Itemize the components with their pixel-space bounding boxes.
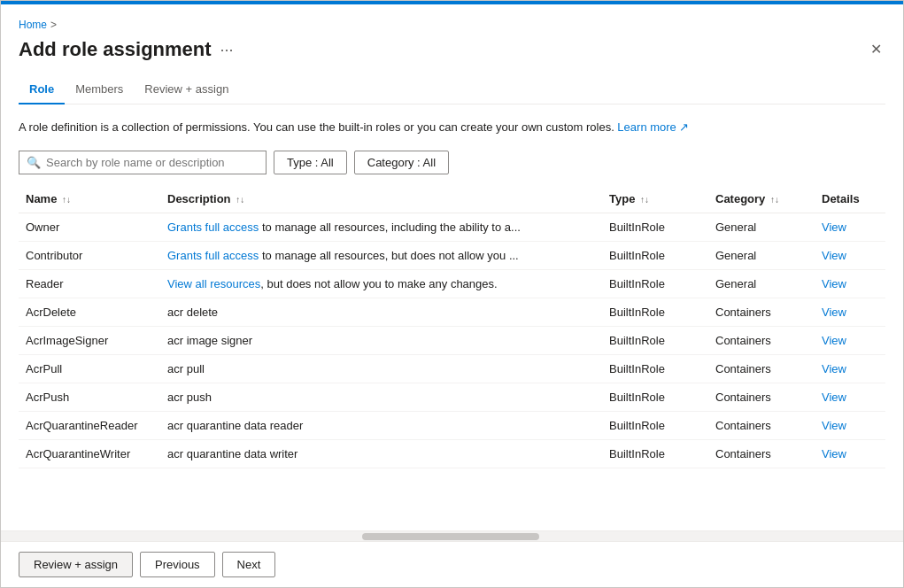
view-link[interactable]: View xyxy=(822,391,846,404)
cell-description: acr push xyxy=(160,383,602,411)
main-scroll-area[interactable]: Home > Add role assignment ··· ✕ Role Me… xyxy=(1,4,903,530)
table-row[interactable]: AcrPullacr pullBuiltInRoleContainersView xyxy=(19,354,885,383)
table-row[interactable]: AcrImageSigneracr image signerBuiltInRol… xyxy=(19,326,885,354)
cell-type: BuiltInRole xyxy=(602,241,708,269)
cell-details[interactable]: View xyxy=(815,439,885,468)
cell-name: AcrQuarantineWriter xyxy=(19,439,160,468)
cell-name: AcrPush xyxy=(19,383,160,411)
close-button[interactable]: ✕ xyxy=(867,39,885,60)
cell-description: acr pull xyxy=(160,354,602,383)
cell-name: AcrImageSigner xyxy=(19,326,160,354)
tab-bar: Role Members Review + assign xyxy=(19,75,885,104)
table-row[interactable]: AcrQuarantineWriteracr quarantine data w… xyxy=(19,439,885,468)
cell-description: acr quarantine data reader xyxy=(160,411,602,439)
view-link[interactable]: View xyxy=(822,362,846,375)
cell-description: acr delete xyxy=(160,298,602,326)
name-sort-icon: ↑↓ xyxy=(62,195,71,205)
table-row[interactable]: AcrDeleteacr deleteBuiltInRoleContainers… xyxy=(19,298,885,326)
cell-type: BuiltInRole xyxy=(602,354,708,383)
cell-name: AcrQuarantineReader xyxy=(19,411,160,439)
view-link[interactable]: View xyxy=(822,220,846,234)
table-row[interactable]: ReaderView all resources, but does not a… xyxy=(19,269,885,298)
cell-details[interactable]: View xyxy=(815,354,885,383)
cell-type: BuiltInRole xyxy=(602,213,708,241)
tab-members[interactable]: Members xyxy=(65,75,134,104)
cell-category: General xyxy=(708,241,815,269)
cell-category: Containers xyxy=(708,411,815,439)
search-input[interactable] xyxy=(46,156,259,169)
cell-type: BuiltInRole xyxy=(602,383,708,411)
search-icon: 🔍 xyxy=(27,156,41,169)
tab-role[interactable]: Role xyxy=(19,75,65,104)
cell-type: BuiltInRole xyxy=(602,439,708,468)
cell-name: AcrPull xyxy=(19,354,160,383)
view-link[interactable]: View xyxy=(822,447,846,460)
cell-description: Grants full access to manage all resourc… xyxy=(160,241,602,269)
cell-type: BuiltInRole xyxy=(602,326,708,354)
table-row[interactable]: OwnerGrants full access to manage all re… xyxy=(19,213,885,241)
table-row[interactable]: AcrQuarantineReaderacr quarantine data r… xyxy=(19,411,885,439)
cell-category: Containers xyxy=(708,298,815,326)
cell-type: BuiltInRole xyxy=(602,298,708,326)
cell-details[interactable]: View xyxy=(815,241,885,269)
footer: Review + assign Previous Next xyxy=(1,541,903,587)
table-row[interactable]: AcrPushacr pushBuiltInRoleContainersView xyxy=(19,383,885,411)
horizontal-scrollbar[interactable] xyxy=(1,530,903,541)
view-link[interactable]: View xyxy=(822,249,846,262)
cell-description: View all resources, but does not allow y… xyxy=(160,269,602,298)
cell-description: Grants full access to manage all resourc… xyxy=(160,213,602,241)
cell-details[interactable]: View xyxy=(815,326,885,354)
view-link[interactable]: View xyxy=(822,277,846,290)
next-button[interactable]: Next xyxy=(222,552,276,577)
cell-description: acr quarantine data writer xyxy=(160,439,602,468)
col-header-category[interactable]: Category ↑↓ xyxy=(708,185,815,213)
cell-details[interactable]: View xyxy=(815,383,885,411)
cell-type: BuiltInRole xyxy=(602,411,708,439)
table-row[interactable]: ContributorGrants full access to manage … xyxy=(19,241,885,269)
cell-details[interactable]: View xyxy=(815,269,885,298)
cell-details[interactable]: View xyxy=(815,298,885,326)
learn-more-link[interactable]: Learn more ↗ xyxy=(617,120,689,134)
category-filter-button[interactable]: Category : All xyxy=(354,151,449,174)
cell-name: AcrDelete xyxy=(19,298,160,326)
cell-name: Contributor xyxy=(19,241,160,269)
tab-review-assign[interactable]: Review + assign xyxy=(134,75,239,104)
review-assign-button[interactable]: Review + assign xyxy=(19,552,133,577)
page-title: Add role assignment xyxy=(19,38,212,61)
dialog-window: Home > Add role assignment ··· ✕ Role Me… xyxy=(0,0,904,588)
view-link[interactable]: View xyxy=(822,334,846,347)
cell-category: Containers xyxy=(708,439,815,468)
col-header-name[interactable]: Name ↑↓ xyxy=(19,185,160,213)
cell-description: acr image signer xyxy=(160,326,602,354)
previous-button[interactable]: Previous xyxy=(140,552,215,577)
cell-details[interactable]: View xyxy=(815,213,885,241)
search-box: 🔍 xyxy=(19,151,267,174)
type-filter-button[interactable]: Type : All xyxy=(274,151,347,174)
desc-sort-icon: ↑↓ xyxy=(236,195,244,205)
view-link[interactable]: View xyxy=(822,306,846,319)
roles-table: Name ↑↓ Description ↑↓ Type ↑↓ xyxy=(19,185,885,468)
view-link[interactable]: View xyxy=(822,419,846,432)
cell-category: General xyxy=(708,213,815,241)
breadcrumb-separator: > xyxy=(50,19,57,31)
col-header-details: Details xyxy=(815,185,885,213)
title-menu-icon[interactable]: ··· xyxy=(220,41,234,59)
description-text: A role definition is a collection of per… xyxy=(19,119,885,136)
cell-name: Owner xyxy=(19,213,160,241)
cell-type: BuiltInRole xyxy=(602,269,708,298)
cell-category: Containers xyxy=(708,383,815,411)
category-sort-icon: ↑↓ xyxy=(770,195,779,205)
roles-table-container: Name ↑↓ Description ↑↓ Type ↑↓ xyxy=(1,185,903,468)
col-header-description[interactable]: Description ↑↓ xyxy=(160,185,602,213)
h-scroll-thumb xyxy=(362,533,539,540)
type-sort-icon: ↑↓ xyxy=(640,195,649,205)
table-header-row: Name ↑↓ Description ↑↓ Type ↑↓ xyxy=(19,185,885,213)
col-header-type[interactable]: Type ↑↓ xyxy=(602,185,708,213)
cell-category: Containers xyxy=(708,354,815,383)
cell-category: Containers xyxy=(708,326,815,354)
breadcrumb-home[interactable]: Home xyxy=(19,19,47,31)
breadcrumb: Home > xyxy=(19,19,885,31)
cell-category: General xyxy=(708,269,815,298)
cell-details[interactable]: View xyxy=(815,411,885,439)
cell-name: Reader xyxy=(19,269,160,298)
